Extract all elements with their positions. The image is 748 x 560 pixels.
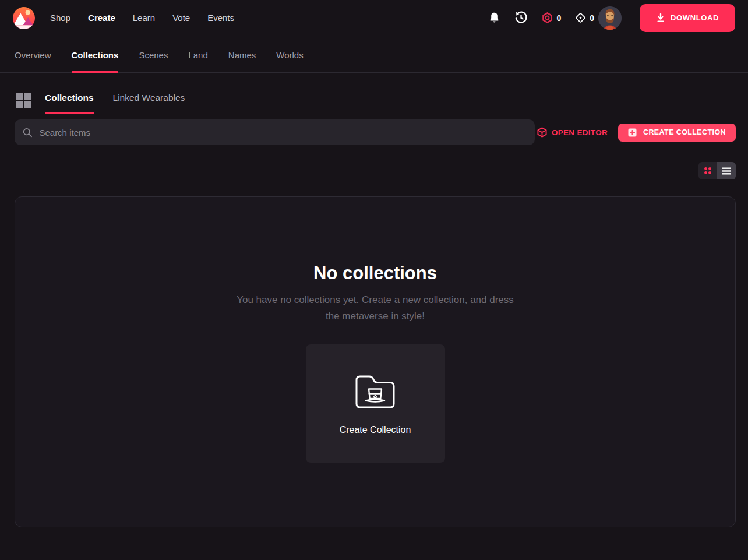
mana-balance[interactable]: 0 — [542, 12, 561, 23]
nav-item-events[interactable]: Events — [207, 13, 234, 23]
matic-mana-balance[interactable]: 0 — [575, 12, 594, 23]
grid-squares-icon[interactable] — [16, 93, 31, 110]
folder-with-hat-icon — [352, 372, 398, 412]
tab-collections[interactable]: Collections — [72, 45, 119, 73]
open-editor-button[interactable]: OPEN EDITOR — [537, 127, 608, 138]
mana-token-icon — [542, 12, 553, 23]
nav-item-create[interactable]: Create — [88, 13, 115, 23]
user-avatar[interactable] — [598, 6, 622, 30]
list-view-toggle-icon[interactable] — [717, 162, 736, 179]
matic-token-icon — [575, 12, 586, 23]
tab-scenes[interactable]: Scenes — [139, 45, 168, 73]
download-button[interactable]: DOWNLOAD — [640, 4, 735, 32]
collections-page: Collections Linked Wearables OPEN EDITOR — [0, 93, 748, 527]
nav-item-shop[interactable]: Shop — [50, 13, 70, 23]
mana-amount: 0 — [556, 13, 561, 23]
builder-tabs: Overview Collections Scenes Land Names W… — [0, 45, 748, 73]
tab-overview[interactable]: Overview — [15, 45, 51, 73]
empty-state-title: No collections — [313, 263, 437, 284]
tab-land[interactable]: Land — [188, 45, 207, 73]
empty-state-description: You have no collections yet. Create a ne… — [237, 292, 514, 325]
tab-names[interactable]: Names — [228, 45, 256, 73]
collections-subtabs: Collections Linked Wearables — [15, 93, 736, 114]
view-mode-row — [15, 162, 736, 179]
subtab-collections[interactable]: Collections — [45, 93, 94, 114]
download-icon — [656, 13, 665, 23]
create-collection-card-label: Create Collection — [340, 425, 411, 435]
decentraland-logo-icon[interactable] — [13, 7, 35, 29]
matic-amount: 0 — [590, 13, 594, 23]
collections-panel: No collections You have no collections y… — [15, 196, 736, 527]
primary-nav: Shop Create Learn Vote Events — [50, 13, 234, 23]
notifications-bell-icon[interactable] — [489, 12, 499, 23]
view-mode-toggle — [698, 162, 736, 179]
subtab-linked-wearables[interactable]: Linked Wearables — [113, 93, 185, 114]
search-icon — [23, 128, 32, 138]
plus-square-icon — [628, 128, 637, 137]
grid-view-toggle-icon[interactable] — [698, 162, 717, 179]
top-navbar: Shop Create Learn Vote Events 0 — [0, 0, 748, 36]
create-collection-card[interactable]: Create Collection — [306, 344, 445, 463]
toolbar-actions: OPEN EDITOR CREATE COLLECTION — [537, 124, 736, 142]
search-box[interactable] — [15, 119, 535, 145]
topbar-right: 0 0 DOWN — [489, 4, 735, 32]
nav-item-vote[interactable]: Vote — [172, 13, 190, 23]
collections-toolbar: OPEN EDITOR CREATE COLLECTION — [15, 119, 736, 145]
tab-worlds[interactable]: Worlds — [276, 45, 303, 73]
activity-history-icon[interactable] — [514, 11, 528, 24]
create-collection-button[interactable]: CREATE COLLECTION — [618, 124, 736, 142]
search-input[interactable] — [39, 128, 527, 138]
nav-item-learn[interactable]: Learn — [133, 13, 155, 23]
cube-icon — [537, 127, 547, 138]
